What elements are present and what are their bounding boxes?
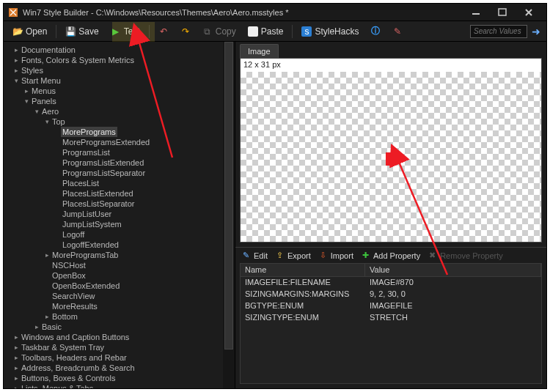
- property-row[interactable]: SIZINGMARGINS:MARGINS9, 2, 30, 0: [241, 289, 541, 300]
- tree-item[interactable]: ▸Toolbars, Headers and Rebar: [7, 352, 223, 363]
- tree-item[interactable]: OpenBoxExtended: [7, 281, 223, 291]
- test-button[interactable]: ▶Test: [108, 25, 143, 38]
- redo-button[interactable]: ↷: [177, 25, 194, 38]
- search-go-icon[interactable]: ➜: [532, 26, 540, 37]
- tree-item[interactable]: ▸Address, Breadcrumb & Search: [7, 363, 223, 373]
- tree-item-label: JumpListUser: [61, 209, 113, 219]
- chevron-right-icon[interactable]: ▸: [12, 342, 20, 352]
- tree-item[interactable]: ▸Documentation: [7, 45, 223, 55]
- tree-item[interactable]: ▾Aero: [7, 106, 223, 117]
- tree-item[interactable]: ProgramsListExtended: [7, 158, 223, 168]
- chevron-right-icon[interactable]: ▸: [33, 322, 40, 332]
- folder-open-icon: 📂: [12, 26, 23, 37]
- chevron-right-icon[interactable]: ▸: [12, 65, 20, 75]
- tree-item[interactable]: ▾Start Menu: [7, 75, 223, 86]
- tree-view[interactable]: ▸Documentation▸Fonts, Colors & System Me…: [4, 42, 223, 388]
- column-name[interactable]: Name: [241, 264, 365, 276]
- paste-button[interactable]: Paste: [245, 25, 287, 38]
- tree-item[interactable]: PlacesList: [7, 178, 223, 188]
- chevron-right-icon[interactable]: ▸: [12, 363, 20, 373]
- chevron-down-icon[interactable]: ▾: [23, 96, 30, 106]
- titlebar[interactable]: Win7 Style Builder - C:\Windows\Resource…: [4, 4, 546, 21]
- copy-button[interactable]: ⧉Copy: [199, 25, 239, 38]
- export-property-button[interactable]: ⇪Export: [275, 251, 311, 260]
- property-grid-header[interactable]: Name Value: [241, 264, 541, 277]
- save-button[interactable]: 💾Save: [62, 25, 101, 38]
- tree-item[interactable]: Logoff: [7, 229, 223, 240]
- tree-item[interactable]: ▸Basic: [7, 322, 223, 332]
- theme-button[interactable]: ✎: [389, 25, 406, 38]
- tree-item[interactable]: ▾Top: [7, 117, 223, 127]
- tree-item[interactable]: NSCHost: [7, 260, 223, 270]
- column-value[interactable]: Value: [365, 264, 541, 276]
- tree-item[interactable]: JumpListUser: [7, 209, 223, 219]
- search-input[interactable]: [470, 25, 527, 38]
- tree-item[interactable]: JumpListSystem: [7, 219, 223, 229]
- tree-item[interactable]: ProgramsList: [7, 147, 223, 158]
- tree-item[interactable]: MoreProgramsExtended: [7, 137, 223, 147]
- tree-item-label: SearchView: [51, 291, 97, 301]
- tree-item[interactable]: ▸Styles: [7, 65, 223, 75]
- property-name: SIZINGTYPE:ENUM: [241, 312, 365, 324]
- chevron-right-icon[interactable]: ▸: [43, 311, 51, 322]
- import-property-button[interactable]: ⇩Import: [318, 251, 353, 260]
- main-toolbar: 📂Open 💾Save ▶Test ↶ ↷ ⧉Copy Paste sStyle…: [4, 21, 546, 42]
- add-property-button[interactable]: ✚Add Property: [361, 251, 420, 260]
- tree-item-label: Menus: [30, 86, 57, 96]
- stylehacks-button[interactable]: sStyleHacks: [298, 25, 362, 38]
- tree-item[interactable]: MoreResults: [7, 301, 223, 311]
- tree-item[interactable]: ▸MoreProgramsTab: [7, 250, 223, 260]
- tree-item[interactable]: ProgramsListSeparator: [7, 168, 223, 178]
- open-button[interactable]: 📂Open: [10, 25, 50, 38]
- maximize-button[interactable]: [489, 4, 516, 21]
- property-value: IMAGE#870: [365, 277, 541, 289]
- tree-item-label: Panels: [30, 96, 58, 106]
- tree-item[interactable]: SearchView: [7, 291, 223, 301]
- chevron-down-icon[interactable]: ▾: [43, 117, 51, 127]
- image-preview[interactable]: 12 x 31 px: [240, 58, 542, 243]
- remove-property-button[interactable]: ✖Remove Property: [428, 251, 503, 260]
- chevron-right-icon[interactable]: ▸: [12, 45, 20, 55]
- tree-item[interactable]: OpenBox: [7, 270, 223, 281]
- chevron-down-icon[interactable]: ▾: [33, 106, 40, 117]
- chevron-right-icon[interactable]: ▸: [43, 250, 51, 260]
- tree-item-label: Fonts, Colors & System Metrics: [20, 55, 136, 65]
- tree-item[interactable]: ▸Buttons, Boxes & Controls: [7, 373, 223, 383]
- chevron-right-icon[interactable]: ▸: [12, 55, 20, 65]
- tree-item-label: ProgramsList: [61, 147, 111, 158]
- chevron-down-icon[interactable]: ▾: [12, 75, 20, 86]
- chevron-right-icon[interactable]: ▸: [12, 332, 20, 342]
- property-row[interactable]: SIZINGTYPE:ENUMSTRETCH: [241, 312, 541, 324]
- scrollbar-thumb[interactable]: [224, 42, 233, 350]
- property-row[interactable]: BGTYPE:ENUMIMAGEFILE: [241, 300, 541, 312]
- edit-property-button[interactable]: ✎Edit: [241, 251, 268, 260]
- tree-item[interactable]: ▸Bottom: [7, 311, 223, 322]
- chevron-right-icon[interactable]: ▸: [12, 373, 20, 383]
- undo-button[interactable]: ↶: [155, 25, 172, 38]
- tree-item[interactable]: PlacesListExtended: [7, 188, 223, 199]
- info-button[interactable]: ⓘ: [367, 25, 384, 38]
- tree-item[interactable]: ▸Windows and Caption Buttons: [7, 332, 223, 342]
- import-icon: ⇩: [318, 251, 328, 260]
- tree-item[interactable]: ▸Menus: [7, 86, 223, 96]
- tree-item-label: JumpListSystem: [61, 219, 123, 229]
- chevron-right-icon[interactable]: ▸: [12, 352, 20, 363]
- tree-item-label: Address, Breadcrumb & Search: [20, 363, 136, 373]
- minimize-button[interactable]: [463, 4, 489, 21]
- tree-item[interactable]: ▸Taskbar & System Tray: [7, 342, 223, 352]
- tree-scrollbar[interactable]: [223, 42, 235, 388]
- redo-icon: ↷: [180, 26, 191, 37]
- tree-item[interactable]: ▸Lists, Menus & Tabs: [7, 383, 223, 388]
- tree-item-label: PlacesListExtended: [61, 188, 135, 199]
- tree-item[interactable]: LogoffExtended: [7, 240, 223, 250]
- tree-item[interactable]: PlacesListSeparator: [7, 199, 223, 209]
- tree-item[interactable]: ▸Fonts, Colors & System Metrics: [7, 55, 223, 65]
- property-row[interactable]: IMAGEFILE:FILENAMEIMAGE#870: [241, 277, 541, 289]
- image-tab[interactable]: Image: [240, 44, 279, 58]
- close-button[interactable]: [516, 4, 542, 21]
- chevron-right-icon[interactable]: ▸: [12, 383, 20, 388]
- chevron-right-icon[interactable]: ▸: [23, 86, 30, 96]
- property-grid[interactable]: Name Value IMAGEFILE:FILENAMEIMAGE#870SI…: [240, 263, 542, 384]
- tree-item[interactable]: ▾Panels: [7, 96, 223, 106]
- tree-item[interactable]: MorePrograms: [7, 127, 223, 137]
